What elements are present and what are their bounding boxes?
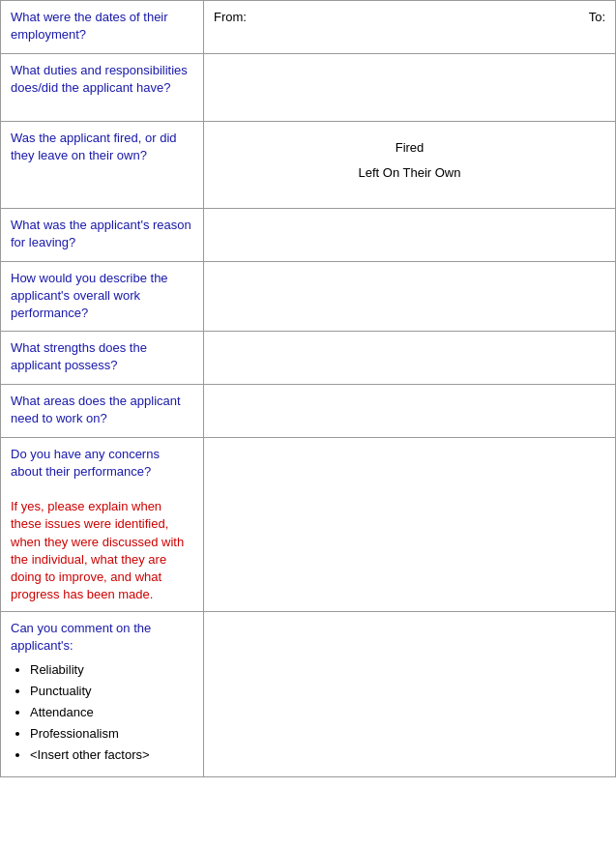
row-fired-or-left: Was the applicant fired, or did they lea… [1, 122, 616, 209]
question-comment: Can you comment on the applicant's: Reli… [1, 612, 204, 776]
option-left: Left On Their Own [214, 164, 605, 182]
row-work-performance: How would you describe the applicant's o… [1, 262, 616, 332]
question-concerns: Do you have any concerns about their per… [1, 437, 204, 612]
to-label: To: [589, 9, 605, 26]
question-fired-or-left: Was the applicant fired, or did they lea… [1, 122, 204, 209]
bullet-punctuality: Punctuality [30, 683, 193, 700]
answer-concerns [204, 437, 616, 612]
bullet-professionalism: Professionalism [30, 725, 193, 743]
answer-work-performance [204, 262, 616, 332]
answer-comment [204, 612, 616, 776]
row-concerns: Do you have any concerns about their per… [1, 437, 616, 612]
question-work-performance: How would you describe the applicant's o… [1, 262, 204, 332]
question-strengths: What strengths does the applicant posses… [1, 331, 204, 384]
comment-bullet-list: Reliability Punctuality Attendance Profe… [11, 661, 193, 765]
row-areas-to-work-on: What areas does the applicant need to wo… [1, 384, 616, 437]
question-concerns-main: Do you have any concerns about their per… [11, 447, 160, 479]
bullet-other-factors: <Insert other factors> [30, 746, 193, 764]
answer-duties [204, 54, 616, 122]
question-comment-text: Can you comment on the applicant's: [11, 621, 151, 653]
question-reason-leaving: What was the applicant's reason for leav… [1, 209, 204, 262]
answer-reason-leaving [204, 209, 616, 262]
option-fired: Fired [214, 139, 605, 157]
bullet-attendance: Attendance [30, 704, 193, 721]
answer-employment-dates: From: To: [204, 1, 616, 54]
answer-fired-or-left: Fired Left On Their Own [204, 122, 616, 209]
row-comment: Can you comment on the applicant's: Reli… [1, 612, 616, 776]
question-duties: What duties and responsibilities does/di… [1, 54, 204, 122]
row-duties: What duties and responsibilities does/di… [1, 54, 616, 122]
question-employment-dates: What were the dates of their employment? [1, 1, 204, 54]
answer-areas-to-work-on [204, 384, 616, 437]
row-employment-dates: What were the dates of their employment?… [1, 1, 616, 54]
row-strengths: What strengths does the applicant posses… [1, 331, 616, 384]
question-concerns-sub: If yes, please explain when these issues… [11, 499, 184, 601]
answer-strengths [204, 331, 616, 384]
question-areas-to-work-on: What areas does the applicant need to wo… [1, 384, 204, 437]
bullet-reliability: Reliability [30, 661, 193, 679]
from-label: From: [214, 9, 247, 26]
row-reason-leaving: What was the applicant's reason for leav… [1, 209, 616, 262]
reference-form-table: What were the dates of their employment?… [0, 0, 616, 777]
